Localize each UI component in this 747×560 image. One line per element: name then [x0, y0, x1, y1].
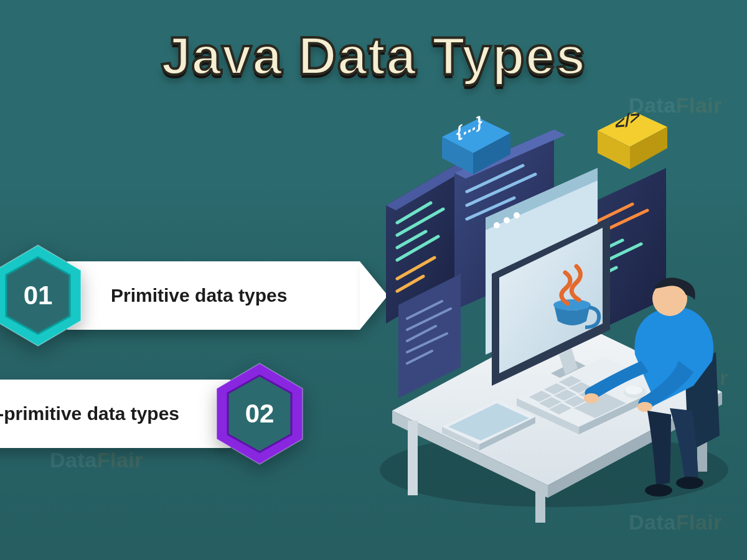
item-label: Non-primitive data types: [0, 403, 193, 424]
svg-point-46: [514, 212, 520, 218]
svg-point-85: [676, 477, 703, 489]
hex-badge-02: 02: [213, 361, 306, 467]
svg-point-74: [625, 386, 642, 394]
svg-point-84: [645, 484, 672, 497]
page-title: Java Data Types: [0, 25, 747, 86]
svg-rect-13: [535, 492, 545, 523]
svg-point-82: [584, 393, 599, 403]
item-number: 01: [24, 281, 53, 310]
programmer-illustration: {...} </>: [349, 124, 735, 529]
item-label-box: Primitive data types: [67, 261, 360, 330]
svg-point-83: [637, 402, 652, 412]
svg-point-81: [676, 298, 684, 307]
hex-badge-01: 01: [0, 243, 85, 348]
item-label: Primitive data types: [111, 285, 287, 306]
svg-rect-12: [408, 421, 418, 495]
item-label-box: Non-primitive data types: [0, 380, 230, 448]
mouse-icon: [624, 386, 646, 398]
list-item-primitive: 01 Primitive data types: [0, 243, 360, 348]
svg-point-45: [504, 217, 510, 223]
svg-point-44: [494, 222, 500, 228]
list-item-nonprimitive: Non-primitive data types 02: [0, 361, 306, 467]
watermark-logo: DataFlair: [629, 93, 722, 118]
svg-point-58: [553, 299, 591, 310]
item-number: 02: [245, 399, 275, 429]
